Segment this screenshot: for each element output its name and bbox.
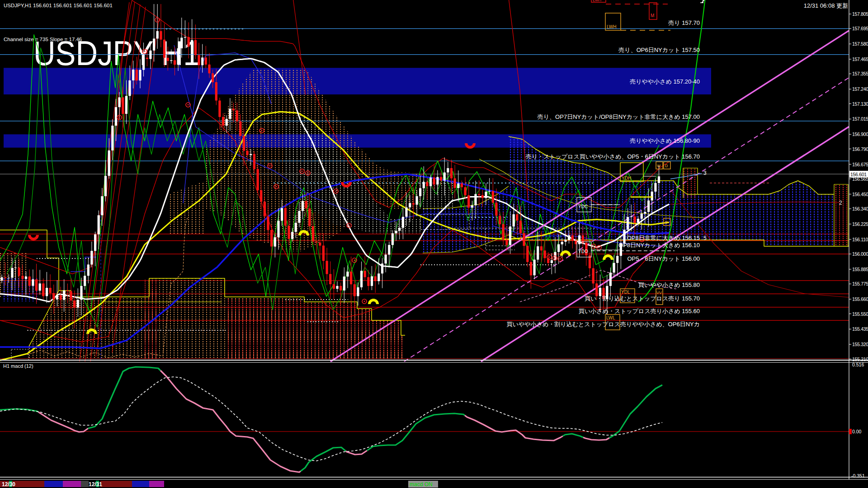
svg-text:155.550: 155.550: [852, 311, 868, 317]
svg-text:0.516: 0.516: [852, 362, 864, 367]
svg-text:155.660: 155.660: [852, 296, 868, 302]
svg-text:3: 3: [703, 170, 707, 176]
svg-text:157.015: 157.015: [852, 116, 868, 122]
svg-text:買い・割り込むとストップロス売り 155.70: 買い・割り込むとストップロス売り 155.70: [585, 295, 700, 302]
svg-text:売りやや小さめ 157.20-40: 売りやや小さめ 157.20-40: [630, 78, 700, 85]
svg-text:M: M: [651, 13, 654, 18]
svg-text:YDC: YDC: [578, 204, 588, 209]
svg-text:12/31 06:08 更新: 12/31 06:08 更新: [804, 2, 848, 9]
svg-text:LWL: LWL: [606, 315, 615, 320]
svg-text:H1 macd (12): H1 macd (12): [3, 363, 33, 369]
svg-text:USDJPY,H1 156.601 156.601 156: USDJPY,H1 156.601 156.601 156.601 156.60…: [4, 3, 113, 8]
svg-text:W: W: [657, 164, 661, 168]
svg-text:売りやや小さめ 156.80-90: 売りやや小さめ 156.80-90: [630, 137, 700, 144]
svg-text:157.695: 157.695: [852, 26, 868, 31]
svg-text:156.110: 156.110: [852, 237, 868, 242]
svg-text:155.435: 155.435: [852, 326, 868, 332]
svg-text:156.450: 156.450: [852, 192, 868, 197]
svg-text:155.775: 155.775: [852, 281, 868, 286]
svg-text:0.00: 0.00: [852, 429, 862, 434]
svg-text:156.225: 156.225: [852, 221, 868, 227]
svg-text:157.465: 157.465: [852, 56, 868, 62]
svg-text:157.580: 157.580: [852, 41, 868, 47]
svg-text:買いやや小さめ・割り込むとストップロス売りやや小さめ、OP6: 買いやや小さめ・割り込むとストップロス売りやや小さめ、OP6日NYカ: [507, 321, 700, 328]
svg-text:156.340: 156.340: [852, 206, 868, 211]
svg-text:156.000: 156.000: [852, 251, 868, 257]
svg-text:12/30: 12/30: [2, 481, 15, 488]
svg-text:OP5・6日NYカット 156.00: OP5・6日NYカット 156.00: [627, 255, 700, 262]
svg-text:157.240: 157.240: [852, 86, 868, 92]
svg-text:売り 157.70: 売り 157.70: [668, 19, 700, 26]
svg-text:YDO: YDO: [578, 249, 588, 254]
svg-text:OP8日非常に大きめ 156.15: OP8日非常に大きめ 156.15: [627, 235, 700, 241]
svg-text:売り・ストップロス買いやや小さめ、OP5・6日NYカット 1: 売り・ストップロス買いやや小さめ、OP5・6日NYカット 156.70: [526, 153, 700, 160]
svg-text:YDH: YDH: [622, 176, 631, 181]
svg-text:12/31: 12/31: [89, 481, 102, 488]
svg-text:買い小さめ・ストップロス売り小さめ 155.60: 買い小さめ・ストップロス売り小さめ 155.60: [579, 308, 700, 314]
svg-text:155.210: 155.210: [852, 357, 868, 362]
svg-text:156.675: 156.675: [852, 162, 868, 167]
svg-text:156.790: 156.790: [852, 146, 868, 152]
svg-text:5: 5: [703, 235, 707, 241]
svg-text:VV: VV: [656, 291, 662, 295]
svg-text:macd ON: macd ON: [410, 481, 433, 488]
svg-text:LWH: LWH: [607, 24, 616, 29]
svg-text:YDL: YDL: [621, 290, 630, 295]
svg-text:155.320: 155.320: [852, 342, 868, 347]
svg-text:157.355: 157.355: [852, 71, 868, 76]
svg-text:156.601: 156.601: [850, 172, 867, 177]
svg-text:155.885: 155.885: [852, 267, 868, 272]
svg-text:2: 2: [839, 200, 842, 206]
svg-text:-0.351: -0.351: [851, 473, 865, 479]
svg-text:買いやや小さめ 155.80: 買いやや小さめ 155.80: [638, 282, 700, 288]
svg-text:D: D: [665, 220, 668, 225]
svg-text:LMH: LMH: [593, 0, 601, 2]
svg-text:157.805: 157.805: [852, 11, 868, 17]
svg-text:157.130: 157.130: [852, 101, 868, 107]
svg-text:OP8日NYカット大きめ 156.10: OP8日NYカット大きめ 156.10: [618, 242, 700, 249]
svg-text:156.900: 156.900: [852, 131, 868, 137]
svg-text:Channel size = 735 Slope = 17.: Channel size = 735 Slope = 17.46: [4, 37, 82, 42]
svg-text:D: D: [665, 164, 668, 168]
svg-text:売り、OP7日NYカット/OP8日NYカット非常に大きめ 1: 売り、OP7日NYカット/OP8日NYカット非常に大きめ 157.00: [538, 113, 700, 120]
svg-text:売り、OP6日NYカット 157.50: 売り、OP6日NYカット 157.50: [618, 47, 700, 53]
